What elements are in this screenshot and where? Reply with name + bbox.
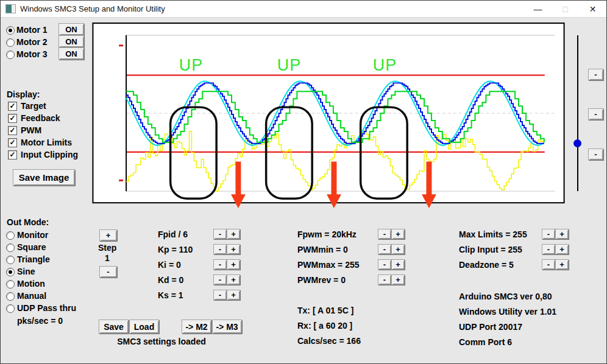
motor2-on-button[interactable]: ON	[59, 35, 84, 47]
clip-input-label: Clip Input = 255	[459, 245, 522, 254]
step-value: 1	[105, 253, 110, 263]
ki-plus-button[interactable]: +	[227, 259, 240, 270]
out-mode-square-label: Square	[17, 242, 46, 252]
mid-minus-button[interactable]: -	[588, 108, 603, 120]
motor2-label: Motor 2	[16, 37, 48, 47]
upper-limit-minus-button[interactable]: -	[588, 69, 603, 80]
pwm-checkbox[interactable]	[8, 126, 17, 135]
pwmmax-minus-button[interactable]: -	[378, 259, 391, 270]
ks-minus-button[interactable]: -	[213, 290, 227, 300]
app-window: Windows SMC3 Setup and Monitor Utility —…	[0, 0, 607, 364]
step-minus-button[interactable]: -	[99, 266, 117, 278]
motor3-radio[interactable]	[6, 51, 15, 59]
title-bar: Windows SMC3 Setup and Monitor Utility —…	[1, 1, 606, 18]
calcs-readout: Calcs/sec = 166	[297, 336, 361, 346]
motor-limits-label: Motor Limits	[21, 138, 72, 147]
out-mode-motion-radio[interactable]	[6, 280, 15, 289]
fpid-minus-button[interactable]: -	[213, 229, 227, 239]
pwmmin-minus-button[interactable]: -	[378, 244, 391, 254]
close-button[interactable]: ✕	[579, 1, 606, 17]
kd-label: Kd = 0	[158, 275, 183, 285]
load-button[interactable]: Load	[129, 320, 159, 334]
settings-status: SMC3 settings loaded	[117, 337, 206, 346]
pwmrev-minus-button[interactable]: -	[378, 275, 391, 285]
window-title: Windows SMC3 Setup and Monitor Utility	[20, 4, 165, 13]
out-mode-sine-radio[interactable]	[6, 268, 15, 276]
input-clipping-checkbox[interactable]	[8, 150, 17, 159]
motor-limits-checkbox[interactable]	[8, 138, 17, 147]
pwmmin-plus-button[interactable]: +	[391, 244, 405, 254]
ki-minus-button[interactable]: -	[213, 259, 227, 270]
fpid-plus-button[interactable]: +	[227, 229, 240, 239]
up-annotation: UP	[179, 56, 203, 74]
max-limits-minus-button[interactable]: -	[542, 229, 555, 239]
feedback-checkbox[interactable]	[8, 114, 17, 123]
ks-plus-button[interactable]: +	[227, 290, 240, 300]
step-label: Step	[98, 243, 116, 253]
comm-port-label: Comm Port 6	[459, 337, 512, 347]
pwmmin-label: PWMmin = 0	[297, 245, 348, 254]
pks-per-sec-label: pks/sec = 0	[17, 316, 63, 326]
out-mode-udp-label: UDP Pass thru	[17, 303, 76, 313]
kp-minus-button[interactable]: -	[213, 244, 227, 254]
motor1-label: Motor 1	[16, 25, 48, 35]
target-checkbox[interactable]	[8, 102, 17, 111]
pwm-label: PWM	[21, 125, 41, 135]
chart-canvas: UPUPUP	[91, 23, 566, 217]
motor1-on-button[interactable]: ON	[59, 23, 84, 35]
out-mode-sine-label: Sine	[17, 267, 35, 276]
kp-plus-button[interactable]: +	[227, 244, 240, 254]
pwmrev-label: PWMrev = 0	[297, 275, 346, 285]
app-icon	[5, 4, 16, 13]
rx-readout: Rx: [ a 60 20 ]	[297, 321, 352, 331]
up-annotation: UP	[277, 56, 301, 74]
ks-label: Ks = 1	[158, 290, 183, 300]
clip-input-plus-button[interactable]: +	[555, 244, 569, 254]
out-mode-manual-label: Manual	[17, 291, 46, 301]
pwmmax-plus-button[interactable]: +	[391, 259, 405, 270]
clip-input-minus-button[interactable]: -	[542, 244, 555, 254]
ki-label: Ki = 0	[158, 260, 181, 270]
minimize-button[interactable]: —	[524, 1, 552, 17]
out-mode-udp-radio[interactable]	[6, 304, 15, 313]
kd-minus-button[interactable]: -	[213, 275, 227, 285]
out-mode-triangle-label: Triangle	[17, 254, 50, 264]
scale-slider-thumb[interactable]	[573, 139, 581, 147]
out-mode-heading: Out Mode:	[7, 217, 49, 227]
udp-port-label: UDP Port 20017	[459, 322, 522, 332]
fpwm-plus-button[interactable]: +	[391, 229, 405, 239]
out-mode-manual-radio[interactable]	[6, 292, 15, 301]
motor3-label: Motor 3	[16, 49, 48, 59]
fpid-label: Fpid / 6	[158, 229, 188, 239]
out-mode-square-radio[interactable]	[6, 243, 15, 252]
feedback-label: Feedback	[21, 113, 60, 123]
fpwm-minus-button[interactable]: -	[378, 229, 391, 239]
save-button[interactable]: Save	[99, 320, 129, 334]
deadzone-plus-button[interactable]: +	[555, 259, 569, 270]
copy-to-m3-button[interactable]: -> M3	[212, 320, 242, 334]
up-annotation: UP	[373, 56, 397, 74]
tx-readout: Tx: [ A 01 5C ]	[297, 306, 353, 315]
max-limits-plus-button[interactable]: +	[555, 229, 569, 239]
fpwm-label: Fpwm = 20kHz	[297, 229, 357, 239]
motor1-radio[interactable]	[6, 26, 15, 35]
arduino-version-label: Arduino SMC3 ver 0,80	[459, 292, 552, 301]
out-mode-motion-label: Motion	[17, 279, 45, 289]
deadzone-minus-button[interactable]: -	[542, 259, 555, 270]
lower-limit-minus-button[interactable]: -	[588, 149, 603, 160]
target-label: Target	[21, 101, 46, 111]
display-heading: Display:	[7, 89, 40, 99]
out-mode-triangle-radio[interactable]	[6, 256, 15, 264]
scale-slider-track[interactable]	[577, 35, 578, 191]
pwmrev-plus-button[interactable]: +	[391, 275, 405, 285]
motor2-radio[interactable]	[6, 38, 15, 47]
maximize-button[interactable]: □	[552, 1, 579, 17]
motor3-on-button[interactable]: ON	[59, 47, 84, 60]
out-mode-monitor-radio[interactable]	[6, 231, 15, 240]
kd-plus-button[interactable]: +	[227, 275, 240, 285]
copy-to-m2-button[interactable]: -> M2	[182, 320, 211, 334]
utility-version-label: Windows Utility ver 1.01	[459, 307, 556, 317]
step-plus-button[interactable]: +	[99, 229, 117, 241]
save-image-button[interactable]: Save Image	[13, 169, 75, 186]
out-mode-monitor-label: Monitor	[17, 230, 48, 240]
